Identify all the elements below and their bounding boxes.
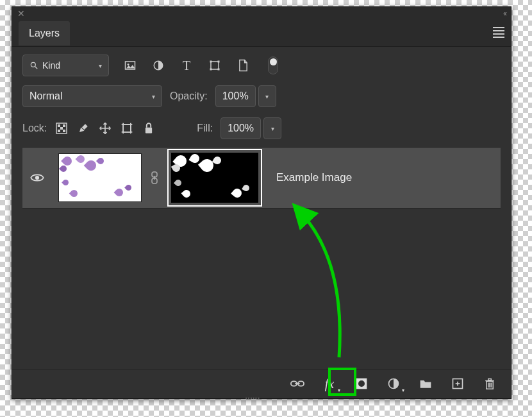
svg-point-22	[35, 176, 39, 180]
filter-kind-label: Kind	[42, 60, 60, 71]
layer-name[interactable]: Example Image	[276, 171, 352, 184]
layer-row[interactable]: Example Image	[22, 147, 501, 208]
lock-row: Lock: Fill: 100% ▾	[12, 112, 511, 147]
opacity-value: 100%	[222, 90, 249, 102]
svg-point-30	[358, 380, 365, 387]
adjustment-layer-button[interactable]: ▾	[387, 377, 401, 391]
chevron-down-icon: ▾	[152, 93, 155, 100]
new-layer-button[interactable]	[451, 377, 465, 391]
svg-rect-14	[58, 130, 60, 132]
layer-style-button[interactable]: fx▾	[322, 377, 337, 391]
lock-pixels-icon[interactable]	[76, 121, 90, 135]
fill-value: 100%	[228, 123, 254, 134]
svg-rect-8	[210, 69, 212, 71]
blend-mode-dropdown[interactable]: Normal ▾	[22, 85, 162, 107]
resize-grip[interactable]: ▪▪▪▪▪▪	[245, 395, 278, 399]
bottom-toolbar: fx▾ ▾	[12, 370, 511, 398]
smartobject-filter-icon[interactable]	[236, 58, 250, 72]
lock-all-icon[interactable]	[142, 121, 156, 135]
svg-rect-11	[58, 124, 60, 127]
close-icon[interactable]: ✕	[17, 8, 25, 19]
layers-panel: ✕ ‹‹ Layers Kind ▾ T	[12, 6, 511, 399]
opacity-label: Opacity:	[170, 90, 208, 102]
svg-rect-5	[211, 62, 219, 69]
lock-transparency-icon[interactable]	[54, 121, 69, 135]
type-filter-icon[interactable]: T	[179, 58, 194, 72]
tab-layers[interactable]: Layers	[19, 21, 70, 46]
link-icon	[151, 171, 158, 184]
new-group-button[interactable]	[419, 377, 433, 391]
svg-rect-12	[63, 124, 65, 127]
adjustment-filter-icon[interactable]	[151, 58, 165, 72]
svg-rect-9	[218, 69, 220, 71]
filter-toggle[interactable]	[268, 56, 278, 74]
chevron-down-icon: ▾	[271, 125, 274, 132]
lock-artboard-icon[interactable]	[120, 121, 134, 135]
svg-line-1	[35, 67, 38, 69]
mask-thumbnail[interactable]	[167, 149, 262, 207]
filter-row: Kind ▾ T	[12, 47, 511, 80]
panel-titlebar: ✕ ‹‹	[12, 7, 511, 20]
annotation-arrow	[256, 184, 384, 364]
svg-rect-21	[145, 128, 152, 133]
svg-point-3	[128, 64, 129, 65]
svg-rect-6	[210, 61, 212, 63]
toggle-knob	[270, 58, 277, 65]
opacity-stepper[interactable]: ▾	[258, 85, 276, 107]
visibility-toggle[interactable]	[22, 148, 52, 208]
panel-tabs: Layers	[12, 20, 511, 47]
chevron-down-icon: ▾	[99, 62, 102, 69]
filter-kind-dropdown[interactable]: Kind ▾	[22, 55, 109, 76]
collapse-icon[interactable]: ‹‹	[503, 9, 506, 18]
add-mask-button[interactable]	[354, 377, 369, 391]
lock-label: Lock:	[22, 123, 47, 134]
fill-input[interactable]: 100%	[220, 117, 261, 139]
svg-point-0	[31, 62, 35, 67]
eye-icon	[30, 173, 44, 183]
link-indicator[interactable]	[148, 171, 161, 184]
shape-filter-icon[interactable]	[208, 58, 222, 72]
tab-label: Layers	[29, 28, 60, 38]
svg-rect-13	[60, 127, 63, 130]
layer-thumbnail[interactable]	[58, 153, 142, 202]
blend-row: Normal ▾ Opacity: 100% ▾	[12, 80, 511, 112]
panel-menu-button[interactable]	[493, 25, 504, 42]
delete-layer-button[interactable]	[483, 377, 497, 391]
svg-rect-15	[63, 130, 65, 132]
search-icon	[29, 61, 38, 70]
link-layers-button[interactable]	[290, 377, 304, 391]
chevron-down-icon: ▾	[265, 93, 269, 100]
svg-rect-40	[488, 379, 492, 380]
fill-label: Fill:	[197, 123, 213, 134]
pixel-filter-icon[interactable]	[123, 58, 137, 72]
hamburger-icon	[493, 25, 504, 40]
layer-list: Example Image	[12, 147, 511, 370]
svg-rect-7	[218, 61, 220, 63]
blend-mode-value: Normal	[29, 90, 63, 102]
lock-position-icon[interactable]	[98, 121, 112, 135]
opacity-input[interactable]: 100%	[215, 85, 256, 107]
svg-rect-16	[123, 124, 131, 132]
fill-stepper[interactable]: ▾	[263, 117, 281, 139]
